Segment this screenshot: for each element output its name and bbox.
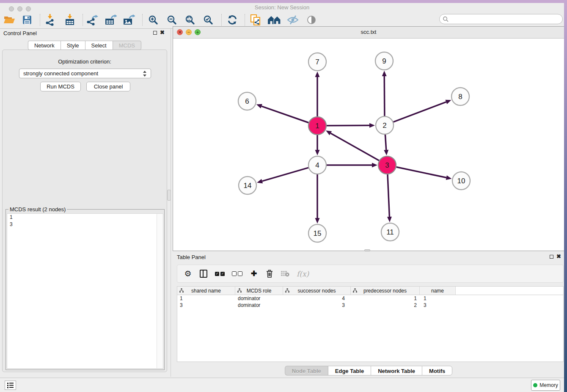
application-window: Session: New Session — [0, 0, 567, 392]
cell-name[interactable]: 3 — [420, 302, 456, 308]
tab-motifs[interactable]: Motifs — [422, 366, 452, 375]
task-list-icon — [7, 383, 14, 388]
column-header-predecessor-nodes[interactable]: predecessor nodes — [351, 287, 420, 295]
task-history-button[interactable] — [5, 381, 16, 390]
save-session-button[interactable] — [19, 13, 35, 27]
zoom-selected-button[interactable] — [200, 13, 216, 27]
column-header-MCDS-role[interactable]: MCDS role — [235, 287, 283, 295]
clone-network-button[interactable] — [248, 13, 264, 27]
attribute-tree-icon — [179, 288, 184, 293]
node-table[interactable]: shared nameMCDS rolesuccessor nodesprede… — [177, 286, 564, 362]
open-file-button[interactable] — [1, 13, 17, 27]
import-network-button[interactable] — [42, 13, 58, 27]
memory-status-icon — [533, 383, 537, 387]
zoom-out-icon — [167, 15, 177, 25]
edge-3-11[interactable] — [388, 174, 389, 217]
table-row[interactable]: 3dominator323 — [177, 302, 563, 309]
edge-1-2[interactable] — [327, 125, 369, 126]
graph-node-label: 7 — [315, 58, 319, 66]
edge-3-10[interactable] — [396, 167, 446, 178]
destroy-table-icon — [281, 271, 289, 277]
column-header-shared-name[interactable]: shared name — [177, 287, 235, 295]
zoom-in-icon — [148, 15, 158, 25]
deselect-all-rows-button[interactable] — [232, 269, 242, 279]
network-window-titlebar[interactable]: ✕ − + scc.txt — [173, 27, 564, 39]
panel-divider — [171, 28, 171, 377]
column-header-successor-nodes[interactable]: successor nodes — [283, 287, 351, 295]
zoom-out-button[interactable] — [164, 13, 180, 27]
graph-node-label: 3 — [385, 161, 389, 169]
cell-shared-name[interactable]: 3 — [177, 302, 235, 308]
edge-2-9[interactable] — [384, 76, 385, 116]
export-table-button[interactable] — [103, 13, 119, 27]
destroy-table-button[interactable] — [281, 269, 289, 279]
table-toolbar: ⚙ ✓✓ ✚ f(x) — [177, 265, 564, 283]
close-panel-icon[interactable]: ✖ — [556, 253, 561, 260]
apply-function-button[interactable]: f(x) — [297, 269, 309, 279]
search-input[interactable] — [449, 15, 562, 23]
tab-select[interactable]: Select — [85, 41, 113, 50]
optimization-criterion-select[interactable]: strongly connected component — [19, 69, 151, 78]
toolbar-separator — [142, 14, 143, 26]
cell-name[interactable]: 1 — [420, 295, 456, 301]
network-canvas[interactable]: 7968124314101511 — [173, 38, 564, 251]
home-view-button[interactable] — [266, 13, 282, 27]
control-panel-header: Control Panel ✖ — [0, 28, 169, 39]
edge-3-1[interactable] — [330, 133, 379, 161]
table-settings-button[interactable]: ⚙ — [184, 269, 192, 279]
zoom-fit-button[interactable] — [182, 13, 198, 27]
show-columns-button[interactable] — [199, 269, 208, 279]
mcds-result-group: MCDS result (2 nodes) 13 — [6, 209, 165, 370]
tab-style[interactable]: Style — [61, 41, 85, 50]
network-resize-grip[interactable] — [364, 249, 370, 251]
scrollbar-track[interactable] — [157, 214, 163, 368]
column-header-name[interactable]: name — [420, 287, 456, 295]
select-all-icon: ✓✓ — [215, 272, 225, 276]
tab-network[interactable]: Network — [28, 41, 61, 50]
zoom-in-button[interactable] — [145, 13, 161, 27]
toggle-bird-eye-button[interactable] — [303, 13, 319, 27]
export-image-button[interactable] — [121, 13, 137, 27]
edge-1-6[interactable] — [261, 106, 308, 123]
tab-network-table[interactable]: Network Table — [371, 366, 422, 375]
window-title: Session: New Session — [0, 4, 564, 11]
cell-MCDS-role[interactable]: dominator — [235, 295, 283, 301]
tab-edge-table[interactable]: Edge Table — [328, 366, 371, 375]
tab-mcds[interactable]: MCDS — [113, 41, 141, 50]
float-panel-icon[interactable] — [550, 255, 553, 259]
hide-selection-button[interactable] — [285, 13, 301, 27]
delete-rows-button[interactable] — [265, 269, 274, 279]
add-row-button[interactable]: ✚ — [250, 269, 258, 279]
float-panel-icon[interactable] — [153, 31, 157, 35]
import-table-button[interactable] — [62, 13, 78, 27]
refresh-layout-button[interactable] — [224, 13, 240, 27]
import-table-icon — [65, 14, 75, 26]
edge-arrowhead — [372, 163, 377, 168]
cell-predecessor-nodes[interactable]: 2 — [351, 302, 420, 308]
cell-successor-nodes[interactable]: 3 — [283, 302, 351, 308]
memory-button[interactable]: Memory — [531, 380, 560, 391]
splitter-handle[interactable] — [167, 190, 171, 201]
search-field[interactable] — [439, 14, 563, 24]
cell-predecessor-nodes[interactable]: 1 — [351, 295, 420, 301]
mcds-result-item: 3 — [7, 221, 163, 228]
cell-successor-nodes[interactable]: 4 — [283, 295, 351, 301]
cell-shared-name[interactable]: 1 — [177, 295, 235, 301]
mcds-result-list[interactable]: 13 — [7, 213, 163, 369]
edge-2-8[interactable] — [394, 102, 446, 122]
gear-icon: ⚙ — [184, 269, 191, 279]
export-network-button[interactable] — [84, 13, 100, 27]
table-row[interactable]: 1dominator411 — [177, 295, 563, 302]
tab-node-table[interactable]: Node Table — [285, 366, 328, 375]
run-mcds-button[interactable]: Run MCDS — [40, 82, 81, 91]
edge-4-14[interactable] — [262, 168, 308, 181]
close-panel-icon[interactable]: ✖ — [160, 29, 165, 36]
close-panel-button[interactable]: Close panel — [86, 82, 130, 91]
graph-node-label: 15 — [314, 229, 322, 237]
edge-2-3[interactable] — [385, 135, 386, 150]
network-view-window[interactable]: ✕ − + scc.txt 7968124314101511 — [173, 26, 564, 251]
edge-arrowhead — [257, 179, 263, 184]
cell-MCDS-role[interactable]: dominator — [235, 302, 283, 308]
plus-icon: ✚ — [251, 269, 257, 278]
select-all-rows-button[interactable]: ✓✓ — [215, 269, 225, 279]
